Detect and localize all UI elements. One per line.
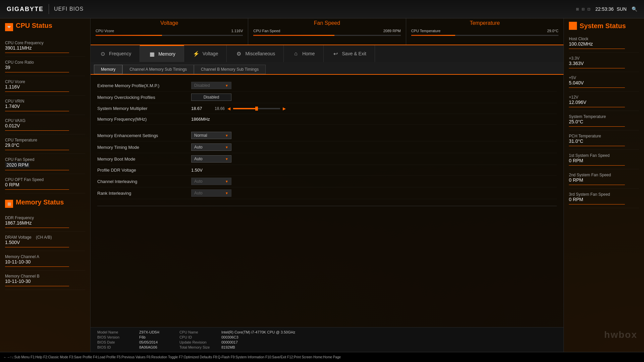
temperature-title: Temperature	[411, 20, 558, 26]
list-item: CPU OPT Fan Speed 0 RPM	[5, 174, 85, 193]
miscellaneous-icon: ⚙	[235, 50, 243, 57]
memory-frequency-row: Memory Frequency(MHz) 1866MHz	[97, 114, 557, 125]
extreme-memory-profile-label: Extreme Memory Profile(X.M.P.)	[97, 83, 191, 88]
info-row: CPU Name Intel(R) Core(TM) i7-4770K CPU …	[179, 330, 295, 334]
multiplier-slider[interactable]: 18.66 ◀ ▶	[215, 106, 286, 111]
extreme-memory-profile-row: Extreme Memory Profile(X.M.P.) Disabled …	[97, 80, 557, 92]
list-item: CPU Core Frequency 3901.11MHz	[5, 37, 85, 57]
keyboard-shortcuts-bar: ←→↑↓:Sub Menu F1:Help F2:Classic Mode F3…	[0, 352, 644, 362]
slider-track[interactable]	[233, 108, 280, 109]
chevron-down-icon: ▼	[225, 134, 228, 137]
memory-status-icon: ▦	[5, 200, 13, 208]
rank-interleaving-row: Rank Interleaving Auto ▼	[97, 187, 557, 199]
tab-voltage[interactable]: ⚡ Voltage	[184, 45, 227, 62]
main-content: ❤ CPU Status CPU Core Frequency 3901.11M…	[0, 18, 644, 352]
tab-home[interactable]: ⌂ Home	[284, 45, 323, 62]
memory-icon: ▦	[148, 50, 156, 58]
right-sidebar: ⚙ System Status Host Clock 100.02MHz +3.…	[564, 18, 644, 352]
separator	[97, 206, 557, 206]
chevron-down-icon: ▼	[225, 145, 228, 149]
temperature-meter: Temperature CPU Temperature 29.0°C	[406, 18, 564, 45]
voltage-icon: ⚡	[193, 50, 200, 57]
header-right: ⊞ ⊟ ⊡ 22:53:36 SUN 🔍	[576, 6, 644, 12]
memory-frequency-value: 1866MHz	[191, 117, 210, 122]
cpu-status-title: CPU Status	[16, 22, 52, 29]
system-memory-multiplier-label: System Memory Multiplier	[97, 106, 191, 111]
chevron-down-icon: ▼	[225, 157, 228, 161]
memory-enhancement-settings-dropdown[interactable]: Normal ▼	[191, 132, 231, 139]
list-item: PCH Temperature 31.0°C	[569, 130, 639, 150]
fan-speed-meter: Fan Speed CPU Fan Speed 2089 RPM	[248, 18, 406, 45]
top-meters: Voltage CPU Vcore 1.116V Fan Speed CPU F…	[91, 18, 564, 45]
search-icon[interactable]: 🔍	[632, 6, 637, 12]
channel-interleaving-row: Channel Interleaving Auto ▼	[97, 176, 557, 187]
profile-ddr-voltage-row: Profile DDR Voltage 1.50V	[97, 165, 557, 176]
list-item: +5V 5.040V	[569, 72, 639, 92]
profile-ddr-voltage-label: Profile DDR Voltage	[97, 168, 191, 173]
list-item: Memory Channel B 10-11-10-30	[5, 270, 85, 290]
voltage-meter: Voltage CPU Vcore 1.116V	[91, 18, 248, 45]
memory-status-title: Memory Status	[16, 198, 64, 206]
system-memory-multiplier-row: System Memory Multiplier 18.67 18.66 ◀ ▶	[97, 103, 557, 114]
list-item: DDR Frequency 1867.16MHz	[5, 212, 85, 232]
bottom-info: Model Name Z97X-UD5H BIOS Version F6b BI…	[91, 327, 564, 352]
list-item: 1st System Fan Speed 0 RPM	[569, 150, 639, 169]
info-row: Update Revision 00000017	[179, 340, 295, 344]
save-exit-icon: ↩	[332, 50, 339, 57]
memory-frequency-label: Memory Frequency(MHz)	[97, 117, 191, 122]
keyboard-shortcuts-text: ←→↑↓:Sub Menu F1:Help F2:Classic Mode F3…	[3, 355, 341, 359]
memory-boot-mode-label: Memory Boot Mode	[97, 157, 191, 162]
list-item: CPU Fan Speed 2020 RPM	[5, 154, 85, 174]
home-icon: ⌂	[292, 50, 300, 57]
memory-status-header: ▦ Memory Status	[5, 198, 85, 209]
list-item: CPU Temperature 29.0°C	[5, 134, 85, 154]
tab-save-exit[interactable]: ↩ Save & Exit	[324, 45, 375, 62]
memory-boot-mode-dropdown[interactable]: Auto ▼	[191, 155, 231, 163]
bios-title: UEFI BIOS	[54, 6, 84, 12]
memory-boot-mode-row: Memory Boot Mode Auto ▼	[97, 153, 557, 165]
system-status-items: Host Clock 100.02MHz +3.3V 3.363V +5V 5.…	[569, 33, 639, 208]
profile-ddr-voltage-value: 1.50V	[191, 168, 203, 173]
sub-tab-channel-b[interactable]: Channel B Memory Sub Timings	[194, 65, 266, 74]
rank-interleaving-dropdown[interactable]: Auto ▼	[191, 189, 231, 197]
list-item: CPU VRIN 1.740V	[5, 96, 85, 115]
header-divider	[49, 4, 49, 14]
tab-miscellaneous[interactable]: ⚙ Miscellaneous	[227, 45, 284, 62]
sub-tab-channel-a[interactable]: Channel A Memory Sub Timings	[122, 65, 194, 74]
chevron-down-icon: ▼	[225, 191, 228, 195]
tab-memory[interactable]: ▦ Memory	[140, 45, 184, 62]
memory-status-items: DDR Frequency 1867.16MHz DRAM Voltage (C…	[5, 212, 85, 290]
info-col-left: Model Name Z97X-UD5H BIOS Version F6b BI…	[97, 330, 159, 349]
brand-text: GIGABYTE	[7, 6, 44, 13]
list-item: CPU VAXG 0.012V	[5, 115, 85, 134]
rank-interleaving-label: Rank Interleaving	[97, 191, 191, 196]
slider-left-arrow[interactable]: ◀	[227, 106, 230, 111]
channel-interleaving-dropdown[interactable]: Auto ▼	[191, 178, 231, 185]
chevron-down-icon: ▼	[225, 84, 228, 87]
header-icons: ⊞ ⊟ ⊡	[576, 7, 590, 11]
system-status-title: System Status	[580, 22, 626, 30]
tab-frequency[interactable]: ⊙ Frequency	[91, 45, 140, 62]
list-item: +12V 12.096V	[569, 92, 639, 111]
list-item: System Temperature 25.0°C	[569, 111, 639, 130]
slider-thumb[interactable]	[255, 107, 258, 111]
memory-timing-mode-label: Memory Timing Mode	[97, 145, 191, 150]
slider-right-arrow[interactable]: ▶	[283, 106, 286, 111]
memory-timing-mode-row: Memory Timing Mode Auto ▼	[97, 141, 557, 153]
sub-tab-memory[interactable]: Memory	[94, 65, 122, 74]
sub-tabs: Memory Channel A Memory Sub Timings Chan…	[91, 62, 564, 75]
list-item: CPU Vcore 1.116V	[5, 76, 85, 96]
memory-enhancement-settings-row: Memory Enhancement Settings Normal ▼	[97, 130, 557, 141]
cpu-status-header: ❤ CPU Status	[5, 22, 85, 34]
memory-overclocking-profiles-dropdown[interactable]: Disabled	[191, 94, 231, 101]
extreme-memory-profile-dropdown[interactable]: Disabled ▼	[191, 82, 231, 89]
memory-overclocking-profiles-row: Memory Overclocking Profiles Disabled	[97, 92, 557, 103]
fan-speed-title: Fan Speed	[253, 20, 400, 26]
info-row: BIOS Version F6b	[97, 335, 159, 339]
cpu-status-items: CPU Core Frequency 3901.11MHz CPU Core R…	[5, 37, 85, 193]
voltage-meter-title: Voltage	[96, 20, 243, 26]
memory-timing-mode-dropdown[interactable]: Auto ▼	[191, 143, 231, 151]
list-item: DRAM Voltage (CH A/B) 1.500V	[5, 232, 85, 251]
list-item: Host Clock 100.02MHz	[569, 33, 639, 53]
system-status-icon: ⚙	[569, 22, 577, 30]
